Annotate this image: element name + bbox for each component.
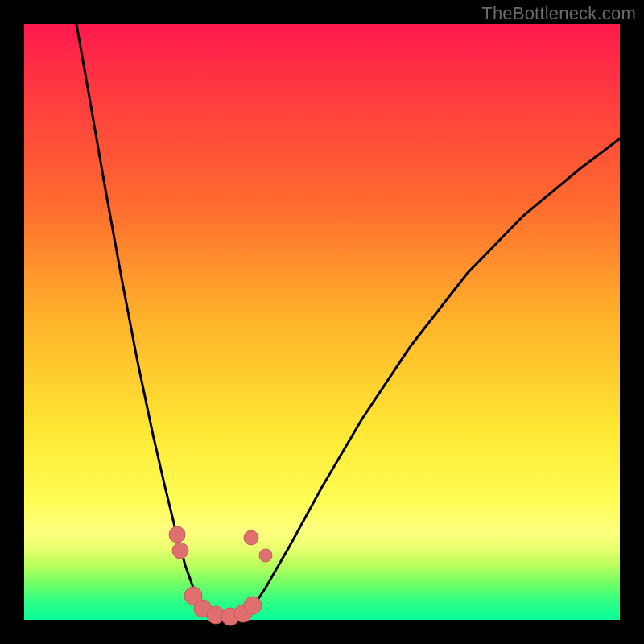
curve-right-branch (250, 138, 620, 612)
curve-left-branch (76, 24, 204, 610)
marker-dot (259, 549, 272, 562)
outer-frame: TheBottleneck.com (0, 0, 644, 644)
marker-dot (169, 526, 185, 543)
marker-dot (244, 597, 262, 614)
watermark-text: TheBottleneck.com (481, 3, 636, 24)
chart-svg (24, 24, 620, 620)
marker-cluster (169, 526, 272, 625)
marker-dot (172, 543, 188, 559)
plot-area (24, 24, 620, 620)
marker-dot (244, 530, 258, 545)
